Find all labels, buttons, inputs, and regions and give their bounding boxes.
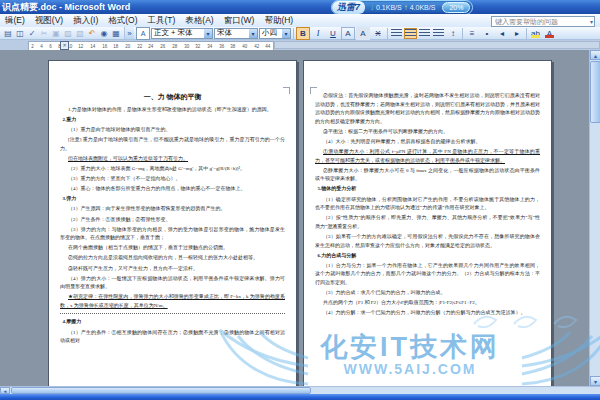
font-size-combobox[interactable]: 小四 ▾ — [259, 28, 291, 39]
doc-paragraph: [注意] 重力是由于地球的吸引而产生，但不能说重力就是地球的吸引力，重力是万有引… — [60, 136, 285, 153]
ruler-number: 2 — [31, 42, 34, 49]
menu-item[interactable]: 工具(T) — [143, 14, 181, 27]
scroll-up-icon[interactable]: ▴ — [590, 50, 600, 60]
doc-paragraph: （1）产生的条件：①相互接触的物体间存在压力；②接触面不光滑；③接触的物体之间有… — [60, 329, 285, 346]
thunder-progress-badge[interactable]: 20% — [442, 2, 470, 13]
doc-paragraph: 共点的两个力（F1 和 F2）合力大小F的取值范围为：|F1-F2|≤F≤F1+… — [315, 299, 540, 308]
paste-icon[interactable]: ▨ — [62, 28, 74, 39]
upload-arrow-icon: ↑ — [404, 3, 408, 12]
undo-icon[interactable]: ↶ — [86, 28, 98, 39]
line-spacing-button[interactable]: ↕ — [446, 27, 460, 40]
font-color-button[interactable]: A — [543, 28, 556, 39]
chevron-down-icon[interactable]: ▾ — [249, 29, 257, 38]
increase-indent-button[interactable]: ▸ — [510, 27, 524, 40]
vertical-scrollbar[interactable]: ▴ ▾ — [589, 50, 600, 386]
window-title: 识点精要.doc - Microsoft Word — [2, 1, 130, 14]
toolbars: ▤◫✓✂▣▨▧↶◉▦ » A 正文 + 宋体 ▾ 宋体 ▾ 小四 ▾ B I U… — [0, 27, 600, 40]
menu-bar-items: 辑(E)视图(V)插入(I)格式(O)工具(T)表格(A)窗口(W)帮助(H) — [0, 14, 298, 27]
menu-item[interactable]: 插入(I) — [68, 14, 103, 27]
doc-paragraph: （4）力的分解：求一个已知力的分力，叫做力的分解（力的分解与力的合成互为逆运算）… — [315, 309, 540, 318]
document-area: 高考物理知识点精要一、力 物体的平衡1.力是物体对物体的作用，是物体发生形变和改… — [0, 50, 600, 386]
doc-paragraph: （1）重力是由于地球对物体的吸引而产生的。 — [60, 126, 285, 135]
doc-paragraph: ①滑动摩擦力大小：利用公式 f=μFN 进行计算，其中 FN 是物体的正压力，不… — [315, 148, 540, 165]
styles-and-formatting-icon[interactable]: A — [136, 27, 150, 40]
ruler-number: 12 — [79, 42, 84, 49]
thunder-mini-bar[interactable]: 迅雷7 ↓ 0.1KB/S ↑ 4.0KB/S 20% — [331, 0, 473, 15]
vertical-scroll-thumb[interactable] — [590, 61, 600, 123]
page-1[interactable]: 高考物理知识点精要一、力 物体的平衡1.力是物体对物体的作用，是物体发生形变和改… — [48, 60, 297, 386]
formatting-toolbar: A 正文 + 宋体 ▾ 宋体 ▾ 小四 ▾ B I U A A X — [136, 27, 556, 40]
insert-table-icon[interactable]: ▦ — [110, 28, 122, 39]
doc-paragraph: 6.力的合成与分解 — [315, 252, 540, 261]
ruler-margin-area — [274, 41, 600, 49]
chevron-down-icon[interactable]: ▾ — [204, 29, 212, 38]
page-1-body: 高考物理知识点精要一、力 物体的平衡1.力是物体对物体的作用，是物体发生形变和改… — [60, 92, 285, 347]
help-input[interactable]: 键入需要帮助的问题 ▾ — [491, 16, 595, 27]
underline-button[interactable]: U — [326, 27, 340, 40]
thunder-tab[interactable]: 迅雷7 — [332, 1, 365, 14]
menu-item[interactable]: 表格(A) — [180, 14, 218, 27]
decrease-indent-button[interactable]: ◂ — [495, 27, 509, 40]
scroll-left-icon[interactable]: ◂ — [0, 387, 10, 394]
horizontal-ruler[interactable]: 2468101214161820222426283032343638404244… — [0, 40, 600, 50]
numbering-button[interactable]: ≡ — [465, 27, 479, 40]
ruler-number: 38 — [231, 42, 236, 49]
doc-paragraph: （1）合力与分力：如果一个力作用在物体上，它产生的效果跟几个力共同作用产生的效果… — [315, 262, 540, 288]
doc-paragraph: 4.摩擦力 — [60, 318, 285, 327]
doc-paragraph: （2）按“性质力”的顺序分析，即先重力、弹力、摩擦力、其他力顺序分析，不要把“效… — [315, 214, 540, 231]
character-shading-button[interactable]: A — [356, 27, 370, 40]
ruler-number: 20 — [125, 42, 130, 49]
help-placeholder: 键入需要帮助的问题 — [495, 17, 558, 27]
cut-icon[interactable]: ✂ — [38, 28, 50, 39]
align-center-button[interactable] — [405, 29, 416, 38]
toolbar-options-chevron[interactable]: » — [124, 27, 134, 39]
windows-taskbar[interactable] — [0, 394, 600, 400]
chevron-down-icon[interactable]: ▾ — [590, 18, 593, 25]
doc-paragraph: 5.物体的受力分析 — [315, 185, 540, 194]
font-combobox[interactable]: 宋体 ▾ — [214, 28, 258, 39]
menu-item[interactable]: 格式(O) — [103, 14, 142, 27]
doc-paragraph: （3）弹力的方向：与物体形变的方向相反，弹力的受力物体是引起形变的物体，施力物体… — [60, 226, 285, 243]
doc-paragraph: ②绳的拉力方向总是沿着绳且指向绳收缩的方向，且一根轻绳上的张力大小处处相等。 — [60, 254, 285, 263]
style-value: 正文 + 宋体 — [154, 28, 193, 38]
character-border-button[interactable]: A — [341, 27, 355, 40]
spelling-icon[interactable]: ✓ — [26, 28, 38, 39]
print-preview-icon[interactable]: ◫ — [14, 28, 26, 39]
ruler-number: 22 — [137, 42, 142, 49]
tab-stop-marker[interactable]: ✕ — [60, 41, 69, 50]
menu-item[interactable]: 辑(E) — [0, 14, 30, 27]
menu-item[interactable]: 窗口(W) — [219, 14, 260, 27]
chevron-down-icon[interactable]: ▾ — [282, 29, 290, 38]
scroll-down-icon[interactable]: ▾ — [590, 376, 600, 386]
bold-button[interactable]: B — [296, 27, 310, 40]
divider — [387, 28, 388, 39]
thunder-speeds: ↓ 0.1KB/S ↑ 4.0KB/S — [365, 1, 440, 14]
align-right-button[interactable] — [419, 29, 430, 38]
justify-button[interactable] — [433, 29, 444, 38]
horizontal-scroll-thumb[interactable] — [11, 387, 311, 394]
insert-hyperlink-icon[interactable]: ◉ — [98, 28, 110, 39]
ruler-number: 32 — [195, 42, 200, 49]
ruler-number: 34 — [207, 42, 212, 49]
page-2-body: ②假设法：首先假设两物体接触面光滑，这时若两物体不发生相对运动，则说明它们原来没… — [315, 92, 540, 319]
menu-item[interactable]: 帮助(H) — [259, 14, 298, 27]
style-combobox[interactable]: 正文 + 宋体 ▾ — [151, 28, 213, 39]
menu-item[interactable]: 视图(V) — [30, 14, 68, 27]
italic-button[interactable]: I — [311, 27, 325, 40]
ruler-number: 14 — [90, 42, 95, 49]
doc-paragraph: （3）力的合成：求几个已知力的合力，叫做力的合成。 — [315, 289, 540, 298]
ruler-number: 28 — [172, 42, 177, 49]
print-icon[interactable]: ▤ — [2, 28, 14, 39]
copy-icon[interactable]: ▣ — [50, 28, 62, 39]
format-painter-icon[interactable]: ▧ — [74, 28, 86, 39]
doc-paragraph: 3.弹力 — [60, 195, 285, 204]
highlight-button[interactable]: ab — [529, 28, 542, 39]
page-2[interactable]: ②假设法：首先假设两物体接触面光滑，这时若两物体不发生相对运动，则说明它们原来没… — [303, 60, 552, 386]
doc-paragraph: 在两个曲面接触（相当于点接触）的情况下，垂直于过接触点的公切面。 — [60, 244, 285, 253]
character-scale-button[interactable]: X — [371, 27, 385, 40]
horizontal-scrollbar[interactable]: ◂ — [0, 386, 600, 394]
align-left-button[interactable] — [391, 29, 402, 38]
download-arrow-icon: ↓ — [370, 3, 374, 12]
doc-paragraph: （1）产生原因：由于发生弹性形变的物体有恢复形变的趋势而产生的。 — [60, 205, 285, 214]
bullets-button[interactable]: • — [480, 27, 494, 40]
